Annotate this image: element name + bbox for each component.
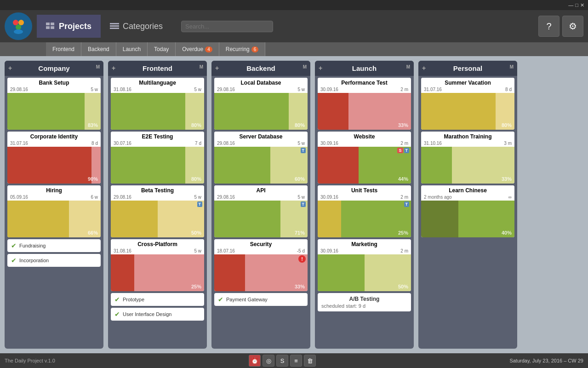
bar-segment <box>318 201 341 237</box>
task-meta: 18.07.16-5 d <box>214 248 308 254</box>
task-percent: 50% <box>191 230 201 236</box>
task-percent: 80% <box>502 122 512 128</box>
footer-icon-1[interactable]: ⏰ <box>249 355 261 367</box>
column-add-personal[interactable]: + <box>422 64 426 72</box>
column-menu-personal[interactable]: M <box>510 64 514 69</box>
svg-point-2 <box>16 24 21 30</box>
help-button[interactable]: ? <box>538 16 559 37</box>
close-btn[interactable]: ✕ <box>580 2 584 8</box>
task-date: 31.10.16 <box>424 141 442 146</box>
task-card[interactable]: Server Database29.08.165 w60%T <box>214 132 308 184</box>
task-card[interactable]: Hiring05.09.166 w66% <box>7 185 101 237</box>
task-bar: 50% <box>318 254 411 291</box>
column-add-launch[interactable]: + <box>319 64 322 72</box>
bar-segment <box>214 254 245 291</box>
task-card[interactable]: Website30.09.162 m44%ST <box>318 132 411 184</box>
svg-rect-10 <box>110 28 119 29</box>
tab-backend[interactable]: Backend <box>81 42 116 56</box>
bar-segment <box>7 93 85 130</box>
task-card[interactable]: Bank Setup29.08.165 w83% <box>7 78 101 130</box>
svg-rect-4 <box>46 23 50 25</box>
task-card[interactable]: Cross-Platform31.08.165 w25% <box>111 239 204 291</box>
task-meta: 31.07.168 d <box>7 141 101 147</box>
maximize-btn[interactable]: □ <box>575 2 578 8</box>
task-title: Performance Test <box>318 78 411 87</box>
tab-recurring[interactable]: Recurring6 <box>219 42 266 56</box>
task-card[interactable]: Learn Chinese2 months ago∞40% <box>421 185 514 237</box>
task-card[interactable]: Performance Test30.09.162 m33% <box>318 78 411 130</box>
tab-overdue[interactable]: Overdue4 <box>176 42 219 56</box>
app-version-label: The Daily Project v.1.0 <box>5 358 55 363</box>
search-input[interactable] <box>181 21 273 32</box>
task-card[interactable]: Local Database29.08.165 w80% <box>214 78 308 130</box>
task-card[interactable]: Beta Testing29.08.165 w50%T <box>111 185 204 237</box>
task-card[interactable]: Summer Vacation31.07.168 d80% <box>421 78 514 130</box>
tab-today[interactable]: Today <box>148 42 176 56</box>
completed-item[interactable]: ✔Incorporation <box>7 254 101 267</box>
column-backend: +BackendMLocal Database29.08.165 w80%Ser… <box>211 61 310 349</box>
task-card[interactable]: API29.08.165 w71%T <box>214 185 308 237</box>
tabs-bar: FrontendBackendLaunchTodayOverdue4Recurr… <box>0 42 588 56</box>
check-icon: ✔ <box>11 257 17 264</box>
check-icon: ✔ <box>114 296 120 303</box>
task-type-icon: ST <box>397 148 409 153</box>
tab-launch[interactable]: Launch <box>116 42 148 56</box>
completed-label: User Interface Design <box>123 311 171 317</box>
task-title: Marketing <box>318 239 411 248</box>
task-meta: 30.09.162 m <box>318 195 411 201</box>
svg-point-3 <box>14 29 23 34</box>
task-card[interactable]: Multilanguage31.08.165 w80% <box>111 78 204 130</box>
task-bar: 80% <box>111 93 204 130</box>
task-card[interactable]: Marketing30.09.162 m50% <box>318 239 411 291</box>
task-meta: 31.08.165 w <box>111 248 204 254</box>
task-bar: 25% <box>111 254 204 291</box>
completed-item[interactable]: ✔Payment Gateway <box>214 293 308 306</box>
task-date: 31.08.16 <box>114 248 131 253</box>
footer-icon-3[interactable]: S <box>276 355 288 367</box>
projects-button[interactable]: Projects <box>37 15 101 38</box>
task-title: Corporate Identity <box>7 132 101 141</box>
categories-button[interactable]: Categories <box>101 15 172 38</box>
settings-button[interactable]: ⚙ <box>562 16 583 37</box>
task-percent: 25% <box>398 230 408 236</box>
task-duration: 5 w <box>194 87 201 92</box>
footer-icon-2[interactable]: ◎ <box>263 355 274 367</box>
bar-segment <box>421 93 496 130</box>
task-bar: 33% <box>318 93 411 130</box>
minimize-btn[interactable]: — <box>568 2 573 8</box>
tab-frontend[interactable]: Frontend <box>46 42 81 56</box>
column-add-backend[interactable]: + <box>215 64 219 72</box>
column-menu-launch[interactable]: M <box>406 64 410 69</box>
task-title: Local Database <box>214 78 308 87</box>
column-personal: +PersonalMSummer Vacation31.07.168 d80%M… <box>418 61 517 349</box>
task-card[interactable]: Unit Tests30.09.162 m25%T <box>318 185 411 237</box>
column-menu-backend[interactable]: M <box>303 64 307 69</box>
column-add-company[interactable]: + <box>8 64 12 72</box>
svg-point-1 <box>18 20 24 25</box>
task-date: 29.08.16 <box>114 195 131 200</box>
column-menu-company[interactable]: M <box>96 64 100 69</box>
footer-icon-5[interactable]: 🗑 <box>304 355 316 367</box>
task-card[interactable]: Marathon Training31.10.163 m33% <box>421 132 514 184</box>
task-date: 31.07.16 <box>424 87 442 92</box>
completed-label: Incorporation <box>19 258 49 263</box>
completed-item[interactable]: ✔User Interface Design <box>111 308 204 321</box>
task-meta: 29.08.165 w <box>214 141 308 147</box>
task-duration: 5 w <box>91 87 98 92</box>
task-card[interactable]: Security18.07.16-5 d33%! <box>214 239 308 291</box>
task-title: Beta Testing <box>111 185 204 195</box>
task-card[interactable]: Corporate Identity31.07.168 d90% <box>7 132 101 184</box>
task-percent: 50% <box>398 284 408 289</box>
task-card[interactable]: E2E Testing30.07.167 d80% <box>111 132 204 184</box>
main-content: +CompanyMBank Setup29.08.165 w83%Corpora… <box>0 56 588 353</box>
footer-icon-4[interactable]: ≡ <box>290 355 302 367</box>
task-percent: 60% <box>295 176 305 182</box>
task-percent: 80% <box>295 122 305 128</box>
task-percent: 80% <box>191 122 201 128</box>
completed-item[interactable]: ✔Prototype <box>111 293 204 306</box>
column-add-frontend[interactable]: + <box>112 64 115 72</box>
completed-label: Fundraising <box>19 243 46 248</box>
column-menu-frontend[interactable]: M <box>200 64 203 69</box>
completed-item[interactable]: ✔Fundraising <box>7 239 101 252</box>
task-percent: 80% <box>191 176 201 182</box>
